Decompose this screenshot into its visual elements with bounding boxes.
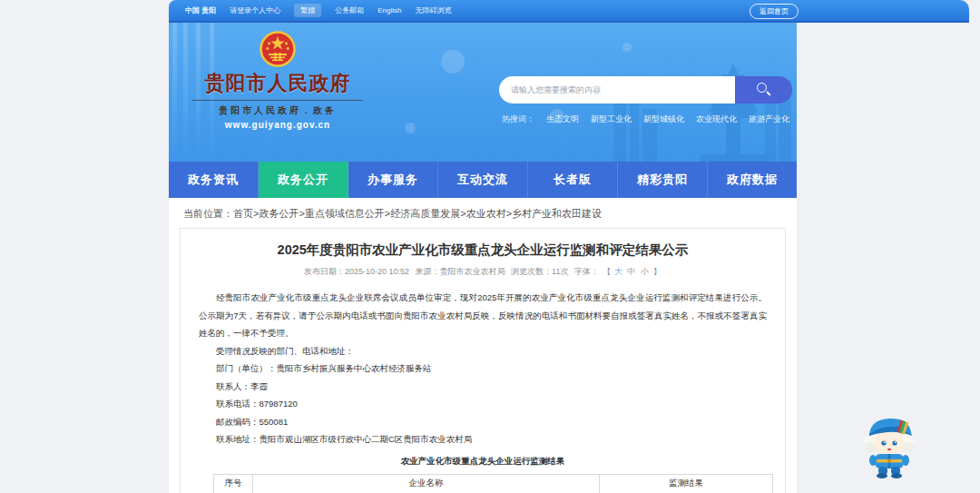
- article-meta: 发布日期：2025-10-20 10:52 来源：贵阳市农业农村局 浏览次数：1…: [199, 266, 767, 278]
- city-skyline-decoration: [606, 53, 797, 162]
- main-navigation: 政务资讯 政务公开 办事服务 互动交流 长者版 精彩贵阳 政府数据: [169, 162, 797, 198]
- font-size-small-button[interactable]: 小: [641, 267, 649, 276]
- government-logo[interactable]: 贵阳市人民政府 贵阳市人民政府．政务 www.guiyang.gov.cn: [189, 30, 367, 130]
- hot-term-industrialization[interactable]: 新型工业化: [591, 113, 632, 125]
- topbar-site-name[interactable]: 中国 贵阳: [185, 5, 216, 15]
- site-header: 贵阳市人民政府 贵阳市人民政府．政务 www.guiyang.gov.cn 热搜…: [169, 23, 797, 162]
- site-url: www.guiyang.gov.cn: [189, 120, 367, 130]
- topbar-login-link[interactable]: 请登录个人中心: [230, 5, 280, 15]
- bokeh-circle: [405, 123, 416, 133]
- col-header-index: 序号: [214, 474, 253, 493]
- top-utility-bar: 中国 贵阳 请登录个人中心 繁體 公务邮箱 English 无障碍浏览 返回首页: [169, 0, 969, 23]
- mascot-icon: [860, 409, 918, 479]
- logo-divider: [192, 100, 363, 101]
- monitoring-result-table: 序号 企业名称 监测结果 1 贵州合力超市采购有限公司 合格 2 贵州友禾种业有…: [213, 474, 773, 493]
- contact-phone-line: 联系电话：87987120: [199, 395, 767, 413]
- font-size-label: 字体：: [574, 267, 599, 276]
- search-input[interactable]: [499, 76, 735, 104]
- site-title: 贵阳市人民政府: [189, 70, 367, 97]
- article-title: 2025年度贵阳市农业产业化市级重点龙头企业运行监测和评定结果公示: [199, 241, 767, 259]
- hot-search-row: 热搜词： 生态文明 新型工业化 新型城镇化 农业现代化 旅游产业化 贵阳简介: [502, 113, 797, 125]
- monitoring-table-title: 农业产业化市级重点龙头企业运行监测结果: [199, 456, 767, 468]
- contact-intro-line: 受理情况反映的部门、电话和地址：: [199, 342, 767, 360]
- col-header-result: 监测结果: [600, 474, 773, 493]
- site-subtitle: 贵阳市人民政府．政务: [189, 104, 367, 117]
- breadcrumb-label: 当前位置：: [183, 208, 233, 219]
- search-box: [499, 76, 792, 104]
- table-header-row: 序号 企业名称 监测结果: [214, 474, 773, 493]
- announcement-paragraph: 经贵阳市农业产业化市级重点龙头企业联席会议成员单位审定，现对2025年开展的农业…: [199, 289, 767, 342]
- article-card: 2025年度贵阳市农业产业化市级重点龙头企业运行监测和评定结果公示 发布日期：2…: [180, 228, 786, 493]
- site-container: 贵阳市人民政府 贵阳市人民政府．政务 www.guiyang.gov.cn 热搜…: [169, 23, 797, 493]
- nav-item-interaction[interactable]: 互动交流: [438, 162, 528, 198]
- postal-code-line: 邮政编码：550081: [199, 413, 767, 431]
- nav-item-services[interactable]: 办事服务: [348, 162, 438, 198]
- topbar-official-mailbox[interactable]: 公务邮箱: [335, 5, 364, 15]
- contact-address-line: 联系地址：贵阳市观山湖区市级行政中心二期C区贵阳市农业农村局: [199, 430, 767, 449]
- assistant-mascot[interactable]: [860, 409, 918, 483]
- bokeh-circle: [441, 50, 465, 74]
- publish-date: 发布日期：2025-10-20 10:52: [304, 267, 409, 276]
- magnifier-icon: [757, 83, 767, 93]
- breadcrumb-path[interactable]: 首页>政务公开>重点领域信息公开>经济高质量发展>农业农村>乡村产业和农田建设: [233, 208, 602, 219]
- nav-item-senior-version[interactable]: 长者版: [528, 162, 618, 198]
- hot-search-label: 热搜词：: [502, 113, 534, 125]
- hot-term-tourism[interactable]: 旅游产业化: [749, 113, 789, 125]
- nav-item-gov-disclosure[interactable]: 政务公开: [259, 162, 348, 198]
- nav-item-wonderful-guiyang[interactable]: 精彩贵阳: [618, 162, 708, 198]
- hot-term-urbanization[interactable]: 新型城镇化: [643, 113, 684, 125]
- breadcrumb: 当前位置：首页>政务公开>重点领域信息公开>经济高质量发展>农业农村>乡村产业和…: [183, 207, 797, 221]
- search-button[interactable]: [735, 76, 792, 104]
- contact-person-line: 联系人：李霞: [199, 378, 767, 396]
- col-header-company: 企业名称: [253, 474, 600, 493]
- article-source: 来源：贵阳市农业农村局: [416, 267, 505, 276]
- nav-item-gov-data[interactable]: 政府数据: [708, 162, 797, 198]
- bokeh-circle: [622, 43, 632, 52]
- topbar-english-link[interactable]: English: [377, 6, 401, 15]
- font-size-large-button[interactable]: 大: [614, 267, 622, 276]
- national-emblem-icon: [260, 30, 296, 68]
- topbar-accessibility-link[interactable]: 无障碍浏览: [415, 5, 451, 15]
- font-bracket-open: 【: [603, 267, 611, 276]
- nav-item-news[interactable]: 政务资讯: [169, 162, 259, 198]
- hot-term-agriculture[interactable]: 农业现代化: [696, 113, 737, 125]
- font-bracket-close: 】: [653, 267, 662, 276]
- department-line: 部门（单位）：贵阳市乡村振兴服务中心农村经济服务站: [199, 360, 767, 378]
- hot-term-ecology[interactable]: 生态文明: [546, 113, 579, 125]
- view-count: 浏览次数：11次: [511, 267, 568, 276]
- font-size-medium-button[interactable]: 中: [627, 267, 635, 276]
- topbar-traditional-chinese[interactable]: 繁體: [294, 4, 321, 17]
- back-to-home-button[interactable]: 返回首页: [750, 4, 799, 19]
- article-body: 经贵阳市农业产业化市级重点龙头企业联席会议成员单位审定，现对2025年开展的农业…: [199, 289, 767, 449]
